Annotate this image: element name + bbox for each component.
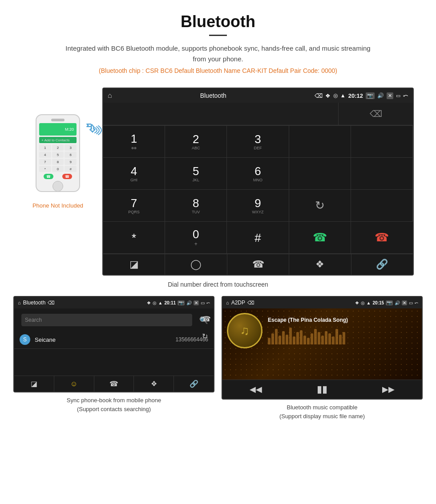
key-call-red[interactable]: ☎ [351, 222, 413, 254]
page-header: Bluetooth Integrated with BC6 Bluetooth … [0, 0, 436, 88]
pb-btn-grid[interactable]: ◪ [14, 376, 54, 392]
eq-bar [289, 328, 292, 344]
dial-screen-title: Bluetooth [200, 92, 226, 99]
key-0[interactable]: 0 + [165, 222, 227, 254]
music-title-label: A2DP [231, 300, 245, 306]
dial-status-right: ⌫ ❖ ◎ ▲ 20:12 📷 🔊 ✕ ▭ ⤺ [315, 92, 408, 99]
bottom-bluetooth-btn[interactable]: ❖ [289, 254, 351, 275]
phone-not-included-label: Phone Not Included [32, 202, 83, 209]
pb-btn-link[interactable]: 🔗 [174, 376, 214, 392]
phone-screen-text: M:20 [65, 127, 74, 132]
play-pause-icon[interactable]: ▮▮ [317, 384, 327, 395]
key-1[interactable]: 1 ⎈⎈ [103, 126, 165, 158]
grid-icon: ◪ [129, 259, 139, 270]
keypad-grid: 1 ⎈⎈ 2 ABC 3 DEF 4 GHI 5 JKL [103, 125, 413, 254]
music-content: ♫ Escape (The Pina Colada Song) [227, 313, 417, 348]
pb-grid-icon: ◪ [31, 380, 37, 388]
pb-search-box[interactable]: Search [21, 314, 192, 326]
pb-status-left: ⌂ Bluetooth ⌫ [18, 300, 55, 306]
pb-side-refresh-icon: ↻ [202, 332, 211, 340]
bottom-calls-btn[interactable]: ☎ [227, 254, 289, 275]
next-track-icon[interactable]: ▶▶ [382, 384, 395, 394]
phone-key-5: 5 [52, 152, 64, 158]
pb-search-placeholder: Search [25, 317, 189, 323]
page-specs: (Bluetooth chip : CSR BC6 Default Blueto… [0, 67, 436, 74]
eq-bar [296, 332, 299, 344]
music-screen: ⌂ A2DP ⌫ ❖ ◎ ▲ 20:15 📷 🔊 ✕ ▭ ⤺ [222, 296, 423, 400]
lower-screenshots: ⌂ Bluetooth ⌫ ❖ ◎ ▲ 20:11 📷 🔊 ✕ ▭ ⤺ [0, 296, 436, 420]
key-empty-4 [351, 158, 413, 190]
dial-bottom-bar: ◪ ◯ ☎ ❖ 🔗 [103, 254, 413, 275]
link-icon: 🔗 [376, 259, 388, 270]
pb-screen-icon: ▭ [201, 300, 205, 305]
pb-phone-icon: ☎ [109, 380, 118, 388]
phone-illustration: ⮷ M:20 + Add to Contacts [22, 114, 93, 209]
key-4[interactable]: 4 GHI [103, 158, 165, 190]
music-note-icon: ♫ [240, 324, 250, 338]
key-call-green[interactable]: ☎ [289, 222, 351, 254]
eq-bar [321, 336, 324, 344]
key-9[interactable]: 9 WXYZ [227, 190, 289, 222]
pb-bt-bottom-icon: ❖ [151, 380, 157, 388]
phone-key-4: 4 [39, 152, 51, 158]
phone-screen: M:20 [39, 123, 77, 136]
pb-btn-phone[interactable]: ☎ [94, 376, 134, 392]
screen-icon: ▭ [396, 93, 400, 99]
phone-body: M:20 + Add to Contacts 1 2 3 4 5 6 7 8 9… [36, 114, 80, 192]
eq-bar [286, 335, 288, 344]
music-x-icon: ✕ [402, 300, 407, 305]
dial-display [103, 103, 338, 125]
prev-track-icon[interactable]: ◀◀ [250, 384, 262, 394]
call-green-icon: ☎ [313, 231, 327, 244]
phone-wrapper: ⮷ M:20 + Add to Contacts [33, 114, 82, 199]
dial-status-bar: ⌂ Bluetooth ⌫ ❖ ◎ ▲ 20:12 📷 🔊 ✕ ▭ ⤺ [103, 88, 413, 103]
eq-bar [307, 338, 310, 344]
eq-bar [300, 330, 303, 344]
key-6[interactable]: 6 MNO [227, 158, 289, 190]
phone-call-btn: ☎ [44, 174, 53, 179]
music-sig-icon: ▲ [367, 300, 371, 305]
music-screen-wrap: ⌂ A2DP ⌫ ❖ ◎ ▲ 20:15 📷 🔊 ✕ ▭ ⤺ [222, 296, 423, 420]
key-5[interactable]: 5 JKL [165, 158, 227, 190]
music-status-bar: ⌂ A2DP ⌫ ❖ ◎ ▲ 20:15 📷 🔊 ✕ ▭ ⤺ [222, 297, 422, 308]
bottom-grid-btn[interactable]: ◪ [103, 254, 165, 275]
pb-btn-bluetooth[interactable]: ❖ [134, 376, 174, 392]
music-loc-icon: ◎ [361, 300, 365, 305]
music-screen-icon: ▭ [409, 300, 413, 305]
pb-home-icon: ⌂ [18, 300, 21, 305]
key-hash[interactable]: # [227, 222, 289, 254]
eq-bar [275, 329, 278, 344]
music-vol-icon: 🔊 [395, 300, 400, 305]
phone-keypad: 1 2 3 4 5 6 7 8 9 * 0 # [39, 144, 77, 172]
contact-name: Seicane [35, 336, 176, 343]
volume-icon: 🔊 [377, 92, 384, 99]
dial-caption: Dial number direct from touchscreen [0, 281, 436, 288]
bottom-link-btn[interactable]: 🔗 [351, 254, 413, 275]
key-8[interactable]: 8 TUV [165, 190, 227, 222]
contact-avatar: S [20, 334, 30, 345]
eq-bar [314, 329, 317, 344]
usb-icon: ⌫ [315, 92, 323, 99]
pb-side-icons: ☎ ↻ [202, 311, 211, 340]
key-star[interactable]: * [103, 222, 165, 254]
key-7[interactable]: 7 PQRS [103, 190, 165, 222]
phone-key-3: 3 [65, 144, 77, 151]
phonebook-screen-wrap: ⌂ Bluetooth ⌫ ❖ ◎ ▲ 20:11 📷 🔊 ✕ ▭ ⤺ [13, 296, 214, 420]
bottom-contacts-btn[interactable]: ◯ [165, 254, 227, 275]
header-divider [209, 35, 227, 36]
eq-bar [332, 336, 335, 344]
key-2[interactable]: 2 ABC [165, 126, 227, 158]
music-cam-icon: 📷 [386, 300, 393, 305]
music-usb-icon: ⌫ [247, 300, 254, 306]
music-status-left: ⌂ A2DP ⌫ [226, 300, 254, 306]
phone-key-6: 6 [65, 152, 77, 158]
phone-key-star: * [39, 166, 51, 172]
phone-speaker [51, 119, 65, 121]
signal-waves [93, 124, 105, 138]
pb-time: 20:11 [164, 300, 176, 305]
key-refresh[interactable]: ↻ [289, 190, 351, 222]
pb-btn-person[interactable]: ☺ [54, 376, 94, 392]
home-icon: ⌂ [108, 92, 112, 100]
backspace-cell[interactable]: ⌫ [338, 103, 413, 125]
key-3[interactable]: 3 DEF [227, 126, 289, 158]
